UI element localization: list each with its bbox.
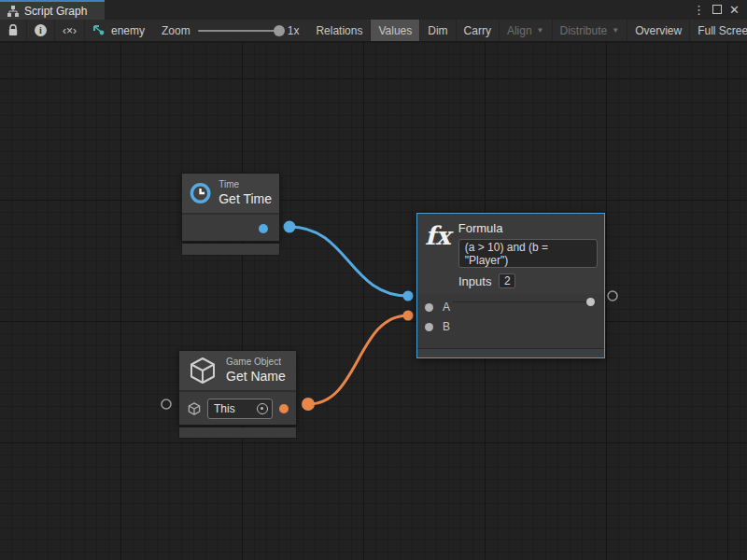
formula-ports: A B: [417, 294, 604, 348]
toolbar-buttons: Relations Values Dim Carry Align▼ Distri…: [308, 20, 747, 41]
formula-port-b-connection-dot: [403, 311, 414, 321]
graph-name: enemy: [111, 24, 145, 37]
node-get-time[interactable]: Time Get Time: [181, 173, 280, 256]
wire-start-dot-orange: [302, 398, 315, 411]
node-title: Get Time: [218, 191, 272, 207]
formula-fx-icon: fx: [425, 223, 451, 248]
get-name-header[interactable]: Game Object Get Name: [179, 351, 296, 391]
script-graph-asset-icon: [92, 24, 106, 36]
get-name-footer: [178, 427, 297, 439]
formula-result-dot[interactable]: [586, 298, 595, 306]
align-button[interactable]: Align▼: [500, 20, 553, 41]
code-preview-button[interactable]: ‹×›: [55, 20, 85, 41]
port-b-dot[interactable]: [425, 323, 433, 331]
node-formula[interactable]: fx Formula (a > 10) and (b = "Player") I…: [416, 213, 605, 358]
node-category: Time: [218, 179, 272, 191]
zoom-slider-handle[interactable]: [274, 25, 285, 36]
maximize-icon[interactable]: [712, 5, 722, 16]
formula-port-a-row[interactable]: A: [417, 299, 450, 315]
formula-footer: [417, 348, 604, 357]
wire-start-dot-blue: [284, 221, 296, 233]
chevron-down-icon: ▼: [537, 26, 544, 35]
carry-button[interactable]: Carry: [457, 20, 500, 41]
script-graph-window: Script Graph ⋮ ✕ i ‹×› enemy Zoom 1x Rel…: [0, 0, 747, 560]
info-icon: i: [35, 24, 47, 36]
full-screen-button[interactable]: Full Screen: [690, 20, 747, 41]
dim-button[interactable]: Dim: [420, 20, 456, 41]
tab-title: Script Graph: [24, 5, 87, 18]
graph-canvas[interactable]: Time Get Time fx Formula (a > 10) and (b…: [0, 42, 747, 560]
get-name-ports: This: [179, 391, 296, 425]
zoom-value: 1x: [288, 24, 300, 37]
close-icon[interactable]: ✕: [729, 4, 740, 16]
object-picker-icon[interactable]: [257, 403, 268, 414]
get-time-footer: [181, 244, 280, 256]
wire-getname-to-formula-b: [308, 315, 408, 404]
zoom-control: Zoom 1x: [152, 20, 308, 41]
code-icon: ‹×›: [63, 24, 77, 37]
node-get-name[interactable]: Game Object Get Name This: [178, 350, 297, 439]
cube-icon: [187, 355, 218, 386]
graph-breadcrumb[interactable]: enemy: [85, 20, 152, 41]
node-category: Game Object: [226, 357, 286, 369]
chevron-down-icon: ▼: [612, 26, 619, 35]
get-time-header[interactable]: Time Get Time: [182, 174, 279, 214]
node-title: Get Name: [226, 369, 286, 385]
lock-button[interactable]: [0, 20, 27, 41]
title-bar: Script Graph ⋮ ✕: [0, 0, 747, 20]
overview-button[interactable]: Overview: [627, 20, 690, 41]
lock-icon: [7, 24, 19, 36]
window-menu-icon[interactable]: ⋮: [693, 4, 705, 16]
get-time-output-dot[interactable]: [259, 224, 268, 233]
relations-button[interactable]: Relations: [308, 20, 371, 41]
zoom-slider[interactable]: [198, 30, 280, 32]
get-name-output-dot[interactable]: [279, 404, 289, 413]
tab-script-graph[interactable]: Script Graph: [0, 0, 105, 20]
get-time-ports: [182, 214, 279, 241]
clock-icon: [190, 177, 211, 209]
inspect-button[interactable]: i: [27, 20, 55, 41]
formula-output-port: [608, 291, 617, 301]
inputs-label: Inputs: [458, 274, 491, 288]
graph-toolbar: i ‹×› enemy Zoom 1x Relations Values Dim…: [0, 20, 747, 42]
wire-gettime-to-formula-a: [289, 227, 408, 296]
values-button[interactable]: Values: [371, 20, 420, 41]
port-a-dot[interactable]: [425, 303, 433, 312]
node-title: Formula: [458, 221, 599, 235]
port-a-result-line: [453, 301, 588, 302]
getname-input-port: [162, 399, 171, 409]
distribute-button[interactable]: Distribute▼: [553, 20, 628, 41]
cube-small-icon: [187, 401, 202, 416]
formula-port-a-connection-dot: [403, 291, 414, 301]
zoom-label: Zoom: [162, 24, 190, 37]
formula-header[interactable]: fx Formula (a > 10) and (b = "Player"): [417, 214, 604, 268]
formula-expression-input[interactable]: (a > 10) and (b = "Player"): [458, 239, 598, 268]
inputs-count-field[interactable]: 2: [499, 273, 515, 288]
target-object-field[interactable]: This: [207, 399, 273, 419]
window-controls: ⋮ ✕: [693, 0, 747, 20]
formula-port-b-row[interactable]: B: [417, 318, 450, 335]
connection-layer: [0, 42, 747, 560]
graph-hierarchy-icon: [7, 6, 19, 17]
